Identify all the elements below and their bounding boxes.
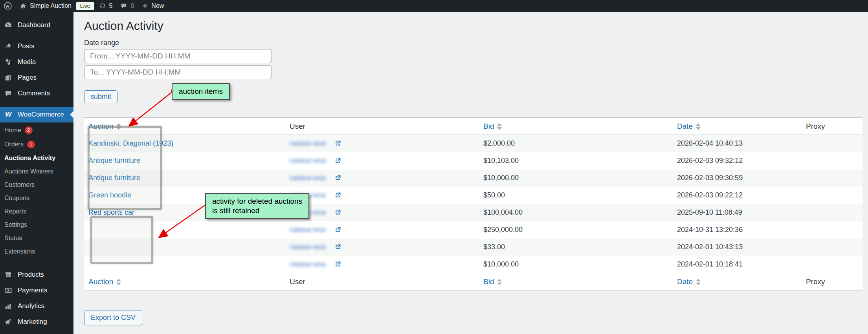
proxy-cell	[802, 204, 862, 221]
submenu-item-customers[interactable]: Customers	[0, 178, 73, 192]
auction-cell: Kandinski: Diagonal (1923)	[84, 135, 285, 152]
user-cell: natasa-wsa	[285, 152, 479, 170]
submenu-item-label: Customers	[4, 181, 35, 188]
sort-arrows-icon[interactable]	[696, 123, 701, 130]
table-row: natasa-wsa $10,000.002024-02-01 10:18:41	[84, 256, 862, 273]
annotation-text-line1: activity for deleted auctions	[212, 197, 302, 206]
table-header-row: Auction User Bid Date Proxy	[84, 118, 862, 135]
updates-menu[interactable]: 5	[95, 0, 117, 12]
submenu-item-coupons[interactable]: Coupons	[0, 192, 73, 205]
sort-arrows-icon[interactable]	[696, 279, 701, 285]
sort-arrows-icon[interactable]	[116, 123, 121, 130]
proxy-cell	[802, 187, 862, 204]
user-name-redacted[interactable]: natasa-wsa	[290, 226, 327, 234]
date-range-label: Date range	[84, 39, 862, 47]
submenu-item-auctions-activity[interactable]: Auctions Activity	[0, 151, 73, 165]
sidebar-item-products[interactable]: Products	[0, 267, 73, 283]
date-cell: 2024-10-31 13:20:36	[673, 221, 802, 239]
sort-arrows-icon[interactable]	[116, 279, 121, 285]
proxy-cell	[802, 256, 862, 273]
comments-icon	[4, 89, 13, 97]
count-badge: 1	[27, 141, 35, 148]
proxy-cell	[802, 221, 862, 239]
table-row: Kandinski: Diagonal (1923)natasa-wsa $2,…	[84, 135, 862, 152]
updates-count: 5	[109, 2, 113, 9]
external-link-icon[interactable]	[335, 226, 341, 233]
auction-link[interactable]: Red sports car	[88, 208, 134, 216]
date-from-input[interactable]	[84, 49, 272, 63]
user-name-redacted[interactable]: natasa-wsa	[290, 174, 327, 182]
sidebar-item-posts[interactable]: Posts	[0, 38, 73, 54]
sidebar-item-analytics[interactable]: Analytics	[0, 298, 73, 314]
bid-cell: $10,000.00	[479, 170, 673, 187]
external-link-icon[interactable]	[335, 192, 341, 198]
sort-arrows-icon[interactable]	[497, 279, 502, 285]
site-name-link[interactable]: Simple Auction	[16, 0, 75, 12]
new-content-menu[interactable]: New	[138, 0, 168, 12]
woocommerce-submenu: Home 2 Orders 1 Auctions Activity Auctio…	[0, 122, 73, 261]
sort-auction-header[interactable]: Auction	[88, 122, 113, 130]
external-link-icon[interactable]	[335, 140, 341, 146]
wordpress-logo-menu[interactable]	[0, 0, 16, 12]
auction-cell	[84, 256, 285, 273]
user-name-redacted[interactable]: natasa-wsa	[290, 260, 327, 268]
bid-cell: $10,000.00	[479, 256, 673, 273]
sort-date-footer[interactable]: Date	[677, 277, 693, 286]
table-row: Green hoodienatasa-wsa $50.002026-02-03 …	[84, 187, 862, 204]
sidebar-item-marketing[interactable]: Marketing	[0, 314, 73, 330]
external-link-icon[interactable]	[335, 174, 341, 181]
pushpin-icon	[4, 42, 13, 50]
auction-activity-table: Auction User Bid Date Proxy Kandinski: D…	[84, 117, 862, 290]
sidebar-item-label: Dashboard	[18, 21, 50, 29]
auction-link[interactable]: Antique furniture	[88, 157, 140, 164]
sidebar-item-dashboard[interactable]: Dashboard	[0, 17, 73, 33]
submenu-item-label: Orders	[4, 141, 24, 148]
sidebar-item-media[interactable]: Media	[0, 54, 73, 70]
auction-link[interactable]: Green hoodie	[88, 191, 131, 199]
comment-bubble-icon	[120, 2, 127, 9]
export-to-csv-button[interactable]: Export to CSV	[84, 310, 142, 325]
user-name-redacted[interactable]: natasa-wsa	[290, 139, 327, 148]
comments-menu[interactable]: 0	[116, 0, 138, 12]
user-cell: natasa-wsa	[285, 204, 479, 221]
submenu-item-extensions[interactable]: Extensions	[0, 245, 73, 258]
sidebar-item-pages[interactable]: Pages	[0, 70, 73, 86]
admin-sidebar: Dashboard Posts Media	[0, 12, 73, 334]
user-name-redacted[interactable]: natasa-wsa	[290, 243, 327, 251]
sort-bid-header[interactable]: Bid	[483, 122, 494, 130]
submenu-item-orders[interactable]: Orders 1	[0, 137, 73, 151]
sidebar-item-comments[interactable]: Comments	[0, 86, 73, 101]
submenu-item-reports[interactable]: Reports	[0, 205, 73, 218]
proxy-column-footer: Proxy	[802, 273, 862, 290]
external-link-icon[interactable]	[335, 261, 341, 267]
submenu-item-settings[interactable]: Settings	[0, 218, 73, 232]
external-link-icon[interactable]	[335, 209, 341, 215]
annotation-auction-items: auction items	[172, 83, 230, 100]
submenu-item-label: Coupons	[4, 195, 29, 202]
auction-link[interactable]: Kandinski: Diagonal (1923)	[88, 139, 173, 147]
sort-bid-footer[interactable]: Bid	[483, 277, 494, 286]
plus-icon	[142, 3, 148, 9]
submenu-item-status[interactable]: Status	[0, 232, 73, 245]
date-to-input[interactable]	[84, 65, 272, 79]
annotation-text-line2: is still retained	[212, 206, 302, 215]
external-link-icon[interactable]	[335, 243, 341, 250]
submenu-item-label: Settings	[4, 221, 27, 228]
comments-count: 0	[130, 2, 134, 9]
auction-link[interactable]: Antique furniture	[88, 174, 140, 182]
bid-cell: $33.00	[479, 239, 673, 256]
sort-arrows-icon[interactable]	[497, 123, 502, 130]
user-name-redacted[interactable]: natasa-wsa	[290, 157, 327, 165]
external-link-icon[interactable]	[335, 157, 341, 164]
sort-date-header[interactable]: Date	[677, 122, 693, 130]
sidebar-item-label: Analytics	[18, 302, 44, 310]
submenu-item-home[interactable]: Home 2	[0, 123, 73, 137]
sidebar-item-payments[interactable]: $ Payments	[0, 283, 73, 298]
submit-button[interactable]: submit	[84, 90, 117, 103]
user-column-footer: User	[285, 273, 479, 290]
sidebar-item-woocommerce[interactable]: W WooCommerce	[0, 107, 73, 122]
sort-auction-footer[interactable]: Auction	[88, 277, 113, 286]
proxy-column-header: Proxy	[802, 118, 862, 135]
updates-icon	[99, 2, 106, 9]
submenu-item-auctions-winners[interactable]: Auctions Winners	[0, 165, 73, 178]
